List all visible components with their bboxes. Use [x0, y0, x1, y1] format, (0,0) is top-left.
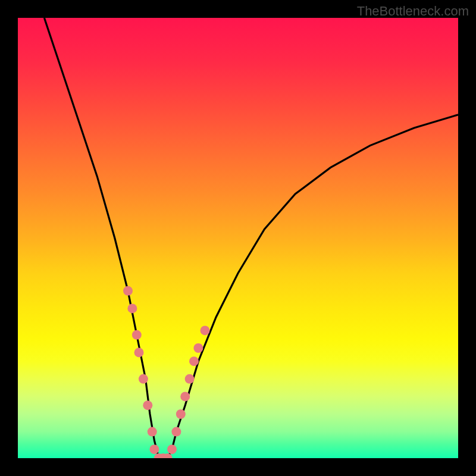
marker-point: [185, 374, 195, 384]
marker-point: [149, 444, 159, 454]
marker-point: [167, 444, 177, 454]
marker-point: [148, 427, 157, 437]
watermark: TheBottleneck.com: [357, 4, 469, 19]
marker-point: [180, 392, 190, 401]
chart-svg: [18, 18, 458, 458]
marker-point: [176, 409, 186, 419]
bottleneck-curve: [44, 18, 458, 458]
marker-point: [134, 347, 144, 357]
marker-group: [123, 286, 210, 458]
marker-point: [127, 303, 137, 313]
marker-point: [139, 374, 148, 384]
plot-area: [18, 18, 458, 458]
marker-point: [189, 356, 199, 366]
marker-point: [132, 330, 142, 340]
marker-point: [143, 400, 152, 410]
marker-point: [193, 343, 203, 353]
marker-point: [201, 325, 210, 335]
marker-point: [123, 286, 133, 296]
marker-point: [171, 427, 181, 437]
